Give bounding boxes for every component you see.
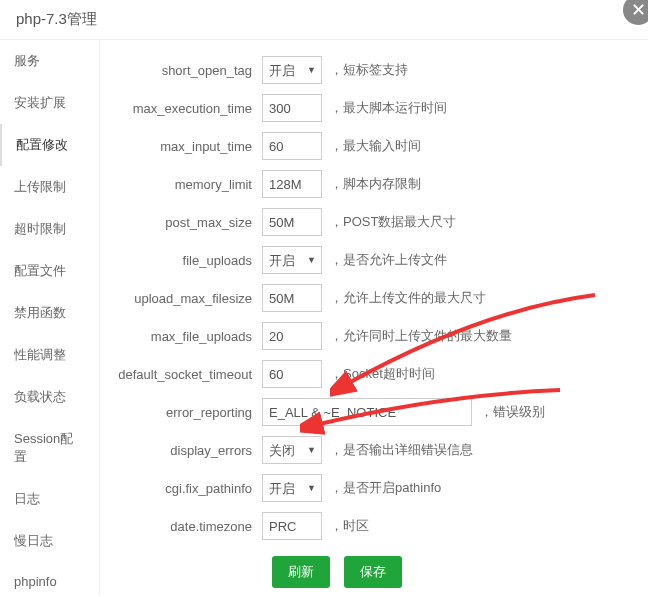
- input-max-file-uploads[interactable]: [262, 322, 322, 350]
- modal-title: php-7.3管理: [16, 10, 97, 27]
- sidebar-item-install-ext[interactable]: 安装扩展: [0, 82, 99, 124]
- desc-memory-limit: ，脚本内存限制: [330, 175, 421, 193]
- desc-date-timezone: ，时区: [330, 517, 369, 535]
- sidebar: 服务 安装扩展 配置修改 上传限制 超时限制 配置文件 禁用函数 性能调整 负载…: [0, 40, 100, 595]
- sidebar-item-config-edit[interactable]: 配置修改: [0, 124, 99, 166]
- desc-max-file-uploads: ，允许同时上传文件的最大数量: [330, 327, 512, 345]
- select-cgi-fix-pathinfo[interactable]: 开启: [262, 474, 322, 502]
- row-error-reporting: error_reporting ，错误级别: [112, 398, 636, 426]
- input-max-input-time[interactable]: [262, 132, 322, 160]
- button-row: 刷新 保存: [272, 556, 636, 588]
- desc-display-errors: ，是否输出详细错误信息: [330, 441, 473, 459]
- desc-error-reporting: ，错误级别: [480, 403, 545, 421]
- save-button[interactable]: 保存: [344, 556, 402, 588]
- input-max-execution-time[interactable]: [262, 94, 322, 122]
- row-default-socket-timeout: default_socket_timeout ，Socket超时时间: [112, 360, 636, 388]
- label-max-file-uploads: max_file_uploads: [112, 329, 262, 344]
- select-file-uploads[interactable]: 开启: [262, 246, 322, 274]
- label-short-open-tag: short_open_tag: [112, 63, 262, 78]
- content-pane: short_open_tag 开启 ，短标签支持 max_execution_t…: [100, 40, 648, 595]
- row-short-open-tag: short_open_tag 开启 ，短标签支持: [112, 56, 636, 84]
- row-post-max-size: post_max_size ，POST数据最大尺寸: [112, 208, 636, 236]
- sidebar-item-config-file[interactable]: 配置文件: [0, 250, 99, 292]
- label-memory-limit: memory_limit: [112, 177, 262, 192]
- row-file-uploads: file_uploads 开启 ，是否允许上传文件: [112, 246, 636, 274]
- row-date-timezone: date.timezone ，时区: [112, 512, 636, 540]
- label-date-timezone: date.timezone: [112, 519, 262, 534]
- row-cgi-fix-pathinfo: cgi.fix_pathinfo 开启 ，是否开启pathinfo: [112, 474, 636, 502]
- desc-short-open-tag: ，短标签支持: [330, 61, 408, 79]
- sidebar-item-timeout-limit[interactable]: 超时限制: [0, 208, 99, 250]
- row-display-errors: display_errors 关闭 ，是否输出详细错误信息: [112, 436, 636, 464]
- label-default-socket-timeout: default_socket_timeout: [112, 367, 262, 382]
- label-file-uploads: file_uploads: [112, 253, 262, 268]
- row-memory-limit: memory_limit ，脚本内存限制: [112, 170, 636, 198]
- sidebar-item-perf[interactable]: 性能调整: [0, 334, 99, 376]
- row-max-input-time: max_input_time ，最大输入时间: [112, 132, 636, 160]
- sidebar-item-load-status[interactable]: 负载状态: [0, 376, 99, 418]
- refresh-button[interactable]: 刷新: [272, 556, 330, 588]
- row-max-execution-time: max_execution_time ，最大脚本运行时间: [112, 94, 636, 122]
- desc-max-execution-time: ，最大脚本运行时间: [330, 99, 447, 117]
- php-manage-modal: ✕ php-7.3管理 服务 安装扩展 配置修改 上传限制 超时限制 配置文件 …: [0, 0, 648, 597]
- input-memory-limit[interactable]: [262, 170, 322, 198]
- sidebar-item-session[interactable]: Session配置: [0, 418, 99, 478]
- label-max-input-time: max_input_time: [112, 139, 262, 154]
- input-post-max-size[interactable]: [262, 208, 322, 236]
- sidebar-item-slow-log[interactable]: 慢日志: [0, 520, 99, 562]
- desc-cgi-fix-pathinfo: ，是否开启pathinfo: [330, 479, 441, 497]
- input-error-reporting[interactable]: [262, 398, 472, 426]
- sidebar-item-phpinfo[interactable]: phpinfo: [0, 562, 99, 595]
- label-cgi-fix-pathinfo: cgi.fix_pathinfo: [112, 481, 262, 496]
- input-upload-max-filesize[interactable]: [262, 284, 322, 312]
- sidebar-item-service[interactable]: 服务: [0, 40, 99, 82]
- modal-body: 服务 安装扩展 配置修改 上传限制 超时限制 配置文件 禁用函数 性能调整 负载…: [0, 40, 648, 595]
- row-upload-max-filesize: upload_max_filesize ，允许上传文件的最大尺寸: [112, 284, 636, 312]
- label-post-max-size: post_max_size: [112, 215, 262, 230]
- sidebar-item-upload-limit[interactable]: 上传限制: [0, 166, 99, 208]
- desc-max-input-time: ，最大输入时间: [330, 137, 421, 155]
- sidebar-item-log[interactable]: 日志: [0, 478, 99, 520]
- select-short-open-tag[interactable]: 开启: [262, 56, 322, 84]
- row-max-file-uploads: max_file_uploads ，允许同时上传文件的最大数量: [112, 322, 636, 350]
- sidebar-item-disable-func[interactable]: 禁用函数: [0, 292, 99, 334]
- select-display-errors[interactable]: 关闭: [262, 436, 322, 464]
- desc-upload-max-filesize: ，允许上传文件的最大尺寸: [330, 289, 486, 307]
- modal-header: php-7.3管理: [0, 0, 648, 40]
- input-default-socket-timeout[interactable]: [262, 360, 322, 388]
- desc-post-max-size: ，POST数据最大尺寸: [330, 213, 456, 231]
- desc-file-uploads: ，是否允许上传文件: [330, 251, 447, 269]
- label-upload-max-filesize: upload_max_filesize: [112, 291, 262, 306]
- label-display-errors: display_errors: [112, 443, 262, 458]
- label-max-execution-time: max_execution_time: [112, 101, 262, 116]
- close-icon: ✕: [631, 0, 646, 20]
- input-date-timezone[interactable]: [262, 512, 322, 540]
- desc-default-socket-timeout: ，Socket超时时间: [330, 365, 435, 383]
- label-error-reporting: error_reporting: [112, 405, 262, 420]
